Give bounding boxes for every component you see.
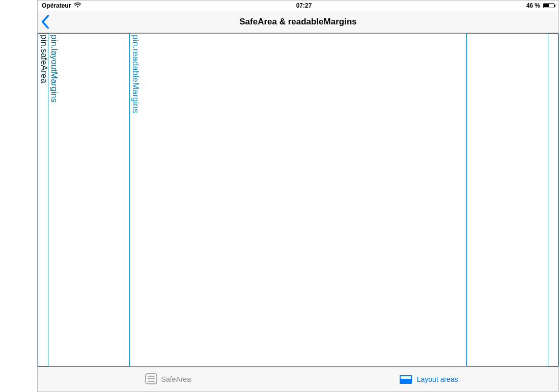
safearea-label: pin.safeArea	[40, 35, 48, 83]
battery-fill	[544, 4, 549, 7]
tab-safearea[interactable]: SafeArea	[38, 367, 298, 391]
list-icon	[145, 373, 157, 386]
navigation-title: SafeArea & readableMargins	[239, 17, 357, 27]
ipad-viewport: Opérateur 07:27 46 % SafeArea & readable	[37, 0, 559, 392]
status-battery-text: 46 %	[526, 2, 540, 9]
tray-icon	[399, 374, 413, 384]
tab-safearea-label: SafeArea	[161, 375, 191, 383]
tab-layoutareas[interactable]: Layout areas	[298, 367, 559, 391]
battery-icon	[542, 3, 554, 8]
chevron-left-icon	[41, 15, 50, 29]
status-time: 07:27	[296, 2, 312, 9]
layoutmargins-label: pin.layoutMargins	[50, 35, 59, 102]
back-button[interactable]	[41, 11, 50, 33]
navigation-bar: SafeArea & readableMargins	[38, 11, 558, 33]
status-bar: Opérateur 07:27 46 %	[38, 1, 558, 11]
readable-guide: pin.readableMargins	[129, 33, 467, 367]
content-area: pin.safeArea pin.layoutMargins pin.reada…	[38, 33, 558, 367]
status-carrier: Opérateur	[42, 2, 71, 9]
wifi-icon	[74, 2, 81, 9]
svg-rect-4	[401, 376, 411, 379]
tab-layoutareas-label: Layout areas	[417, 375, 458, 383]
readable-label: pin.readableMargins	[131, 35, 140, 113]
tab-bar: SafeArea Layout areas	[38, 367, 558, 391]
